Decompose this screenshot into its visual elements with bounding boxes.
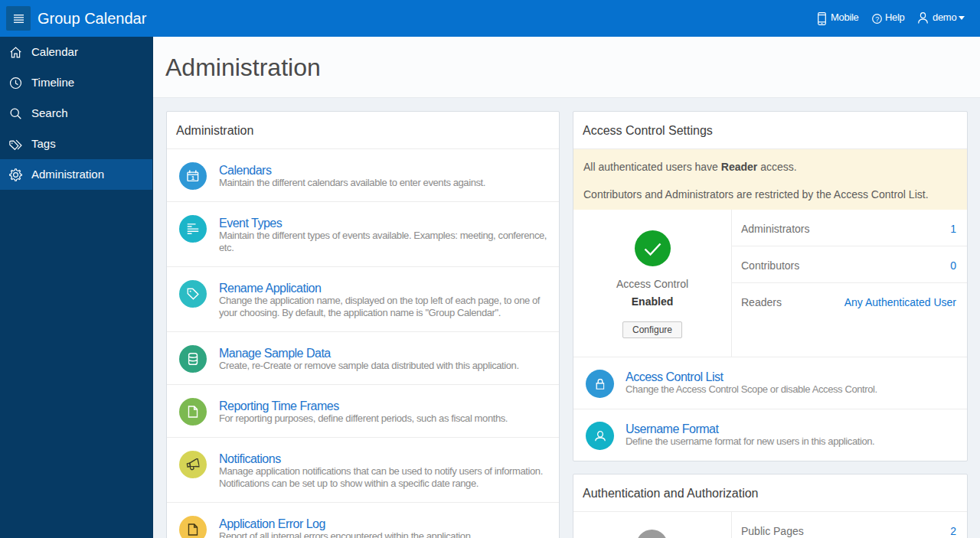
svg-text:1: 1 <box>191 174 194 181</box>
svg-text:?: ? <box>875 15 879 23</box>
